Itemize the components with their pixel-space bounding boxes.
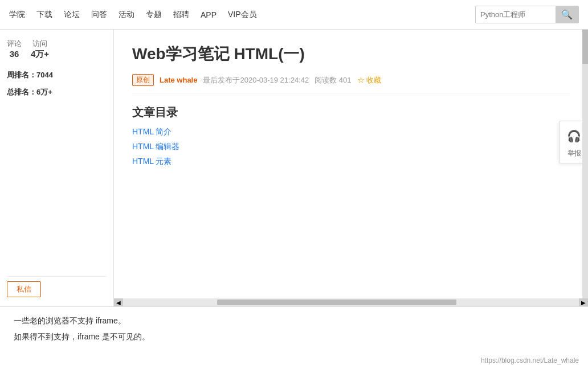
- toc-title: 文章目录: [132, 105, 570, 120]
- read-count: 阅读数 401: [315, 75, 351, 85]
- headset-icon[interactable]: 🎧: [564, 126, 585, 146]
- h-scroll-right-arrow[interactable]: ▶: [579, 298, 588, 306]
- sidebar-stats: 评论 36 访问 4万+: [7, 39, 107, 60]
- report-button[interactable]: 举报: [567, 149, 581, 158]
- v-scrollbar-thumb[interactable]: [582, 30, 588, 64]
- private-msg-button[interactable]: 私信: [7, 281, 41, 297]
- sidebar-bottom: 私信: [7, 276, 107, 297]
- toc-link-intro[interactable]: HTML 简介: [132, 127, 570, 137]
- nav-item-academy[interactable]: 学院: [9, 10, 25, 20]
- search-input[interactable]: [476, 8, 556, 21]
- publish-date: 最后发布于2020-03-19 21:24:42: [203, 75, 309, 85]
- stat-comment-label: 评论: [7, 39, 22, 49]
- nav-item-special[interactable]: 专题: [146, 10, 162, 20]
- left-sidebar: 评论 36 访问 4万+ 周排名：7044 总排名：6万+ 私信: [0, 30, 114, 306]
- total-rank-label: 总排名：: [7, 88, 36, 96]
- nav-item-activity[interactable]: 活动: [119, 10, 134, 20]
- search-icon: 🔍: [561, 9, 573, 20]
- search-button[interactable]: 🔍: [556, 6, 578, 23]
- nav-item-app[interactable]: APP: [201, 10, 217, 19]
- article-wrapper: Web学习笔记 HTML(一) 原创 Late whale 最后发布于2020-…: [114, 30, 588, 298]
- h-scrollbar-thumb[interactable]: [217, 300, 456, 305]
- h-scroll-left-arrow[interactable]: ◀: [114, 298, 123, 306]
- week-rank-row: 周排名：7044: [7, 70, 107, 80]
- bottom-text-area: 一些老的浏览器不支持 iframe。 如果得不到支持，iframe 是不可见的。…: [0, 306, 588, 369]
- search-bar: 🔍: [475, 6, 579, 23]
- main-layout: 评论 36 访问 4万+ 周排名：7044 总排名：6万+ 私信 Web学习笔记…: [0, 30, 588, 306]
- stat-visit: 访问 4万+: [31, 39, 49, 60]
- week-rank-label: 周排名：: [7, 71, 36, 79]
- toc-section: 文章目录 HTML 简介 HTML 编辑器 HTML 元素: [132, 105, 570, 167]
- nav-item-download[interactable]: 下载: [36, 10, 52, 20]
- author-link[interactable]: Late whale: [160, 76, 197, 84]
- nav-item-forum[interactable]: 论坛: [64, 10, 80, 20]
- stat-visit-label: 访问: [32, 39, 47, 49]
- nav-item-vip[interactable]: VIP会员: [228, 10, 257, 20]
- toc-link-editor[interactable]: HTML 编辑器: [132, 142, 570, 152]
- url-hint: https://blog.csdn.net/Late_whale: [481, 356, 579, 364]
- week-rank-value: 7044: [36, 71, 53, 79]
- article-title: Web学习笔记 HTML(一): [132, 43, 570, 65]
- stat-visit-value: 4万+: [31, 49, 49, 60]
- content-area: Web学习笔记 HTML(一) 原创 Late whale 最后发布于2020-…: [114, 30, 588, 306]
- toc-link-elements[interactable]: HTML 元素: [132, 157, 570, 167]
- fav-button[interactable]: ☆ 收藏: [357, 75, 382, 85]
- total-rank-value: 6万+: [36, 88, 52, 96]
- bottom-line-2: 如果得不到支持，iframe 是不可见的。: [14, 332, 574, 342]
- nav-item-qa[interactable]: 问答: [91, 10, 107, 20]
- total-rank-row: 总排名：6万+: [7, 87, 107, 97]
- v-scrollbar-track[interactable]: [582, 30, 588, 298]
- stat-comment-value: 36: [10, 49, 19, 59]
- bottom-line-1: 一些老的浏览器不支持 iframe。: [14, 316, 574, 326]
- stat-comment: 评论 36: [7, 39, 22, 60]
- article-meta: 原创 Late whale 最后发布于2020-03-19 21:24:42 阅…: [132, 74, 570, 93]
- h-scrollbar[interactable]: ◀ ▶: [114, 298, 588, 306]
- original-badge: 原创: [132, 74, 154, 86]
- nav-item-jobs[interactable]: 招聘: [173, 10, 189, 20]
- top-nav: 学院 下载 论坛 问答 活动 专题 招聘 APP VIP会员 🔍: [0, 0, 588, 30]
